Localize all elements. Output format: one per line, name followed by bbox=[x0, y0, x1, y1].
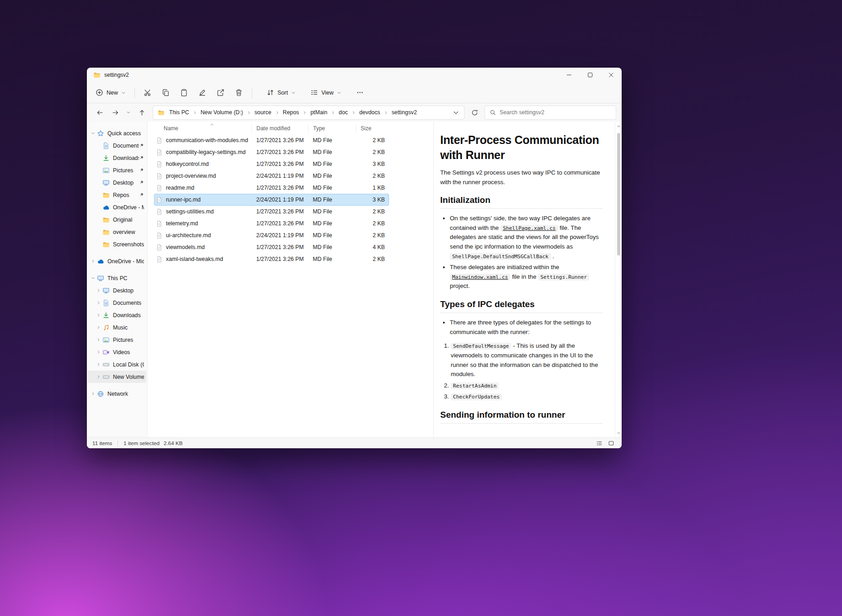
breadcrumb-chevron-icon[interactable] bbox=[247, 111, 251, 115]
scroll-down-icon[interactable] bbox=[615, 430, 622, 436]
tree-chevron-icon[interactable] bbox=[90, 392, 96, 396]
table-row[interactable]: settings-utilities.md1/27/2021 3:26 PMMD… bbox=[154, 206, 389, 218]
sidebar-item-desktop[interactable]: Desktop bbox=[88, 284, 146, 297]
music-icon bbox=[102, 324, 110, 331]
sidebar-item-overview[interactable]: overview bbox=[88, 226, 146, 238]
details-view-icon bbox=[596, 440, 602, 446]
breadcrumb-item-new-volume-d[interactable]: New Volume (D:) bbox=[198, 108, 246, 117]
titlebar[interactable]: settingsv2 bbox=[87, 68, 622, 82]
column-header-type[interactable]: Type bbox=[308, 124, 356, 133]
view-button[interactable]: View bbox=[306, 85, 346, 101]
details-view-button[interactable] bbox=[594, 439, 604, 447]
scrollbar-thumb[interactable] bbox=[617, 133, 620, 255]
sidebar-item-local-disk-c[interactable]: Local Disk (C:) bbox=[88, 358, 146, 371]
sidebar-section-label: This PC bbox=[107, 275, 144, 281]
breadcrumb-item-devdocs[interactable]: devdocs bbox=[357, 108, 383, 117]
tree-chevron-icon[interactable] bbox=[95, 313, 102, 317]
sidebar-item-pictures[interactable]: Pictures bbox=[88, 164, 146, 176]
preview-scrollbar[interactable] bbox=[615, 122, 622, 437]
table-row[interactable]: communication-with-modules.md1/27/2021 3… bbox=[154, 134, 389, 146]
share-button[interactable] bbox=[213, 85, 229, 101]
table-row[interactable]: ui-architecture.md2/24/2021 1:19 PMMD Fi… bbox=[154, 229, 389, 241]
breadcrumb-item-doc[interactable]: doc bbox=[336, 108, 351, 117]
sidebar-item-onedrive-micros[interactable]: OneDrive - Micros bbox=[88, 201, 146, 213]
tree-chevron-icon[interactable] bbox=[95, 338, 102, 342]
paste-button[interactable] bbox=[176, 85, 192, 101]
table-row[interactable]: runner-ipc.md2/24/2021 1:19 PMMD File3 K… bbox=[154, 194, 389, 206]
sidebar-section-quick-access[interactable]: Quick access bbox=[88, 127, 146, 139]
breadcrumb-chevron-icon[interactable] bbox=[352, 111, 356, 115]
table-row[interactable]: readme.md1/27/2021 3:26 PMMD File1 KB bbox=[154, 182, 389, 194]
sidebar-item-downloads[interactable]: Downloads bbox=[88, 152, 146, 164]
minimize-button[interactable] bbox=[559, 68, 580, 82]
breadcrumb-item-ptmain[interactable]: ptMain bbox=[308, 108, 330, 117]
tree-chevron-icon[interactable] bbox=[95, 375, 102, 379]
new-button[interactable]: New bbox=[91, 85, 130, 101]
up-button[interactable] bbox=[134, 106, 149, 119]
tree-chevron-icon[interactable] bbox=[90, 276, 96, 280]
code-link[interactable]: ShellPage.xaml.cs bbox=[501, 225, 558, 232]
address-dropdown-icon[interactable] bbox=[453, 109, 459, 116]
code-link[interactable]: Mainwindow.xaml.cs bbox=[450, 274, 510, 281]
breadcrumb-item-repos[interactable]: Repos bbox=[280, 108, 302, 117]
close-button[interactable] bbox=[601, 68, 622, 82]
breadcrumb-chevron-icon[interactable] bbox=[303, 111, 307, 115]
sidebar-item-repos[interactable]: Repos bbox=[88, 189, 146, 201]
tree-chevron-icon[interactable] bbox=[95, 301, 102, 305]
sidebar-item-downloads[interactable]: Downloads bbox=[88, 309, 146, 321]
table-row[interactable]: project-overview.md2/24/2021 1:19 PMMD F… bbox=[154, 170, 389, 182]
delete-button[interactable] bbox=[231, 85, 247, 101]
tree-chevron-icon[interactable] bbox=[90, 259, 96, 263]
forward-button[interactable] bbox=[108, 106, 123, 119]
sidebar-item-documents[interactable]: Documents bbox=[88, 139, 146, 152]
tree-chevron-icon[interactable] bbox=[95, 362, 102, 366]
tree-chevron-icon[interactable] bbox=[90, 131, 96, 135]
sidebar-item-new-volume-d[interactable]: New Volume (D:) bbox=[88, 371, 146, 383]
copy-button[interactable] bbox=[158, 85, 174, 101]
table-row[interactable]: compatibility-legacy-settings.md1/27/202… bbox=[154, 146, 389, 158]
cell-modified: 2/24/2021 1:19 PM bbox=[256, 196, 313, 203]
breadcrumb-item-settingsv2[interactable]: settingsv2 bbox=[389, 108, 420, 117]
tree-chevron-icon[interactable] bbox=[95, 288, 102, 292]
column-header-name[interactable]: Name bbox=[156, 124, 251, 133]
breadcrumb-chevron-icon[interactable] bbox=[193, 111, 197, 115]
sidebar-item-desktop[interactable]: Desktop bbox=[88, 176, 146, 189]
sidebar-section-onedrive-microsof[interactable]: OneDrive - Microsof bbox=[88, 255, 146, 267]
recent-locations-button[interactable] bbox=[123, 106, 133, 119]
table-row[interactable]: telemetry.md1/27/2021 3:26 PMMD File2 KB bbox=[154, 218, 389, 229]
search-input[interactable] bbox=[500, 109, 611, 116]
cell-name: readme.md bbox=[166, 185, 256, 191]
breadcrumb-chevron-icon[interactable] bbox=[275, 111, 279, 115]
see-more-button[interactable] bbox=[352, 85, 368, 101]
sidebar-item-music[interactable]: Music bbox=[88, 321, 146, 334]
column-header-date-modified[interactable]: Date modified bbox=[251, 124, 308, 133]
cell-name: viewmodels.md bbox=[166, 244, 256, 250]
sidebar-item-pictures[interactable]: Pictures bbox=[88, 334, 146, 346]
breadcrumb-item-source[interactable]: source bbox=[252, 108, 274, 117]
sidebar-section-network[interactable]: Network bbox=[88, 388, 146, 400]
tree-chevron-icon[interactable] bbox=[95, 325, 102, 329]
sidebar-section-this-pc[interactable]: This PC bbox=[88, 272, 146, 284]
large-icons-view-button[interactable] bbox=[606, 439, 616, 447]
scroll-up-icon[interactable] bbox=[615, 123, 622, 129]
scrollbar-track[interactable] bbox=[615, 129, 622, 430]
sidebar-item-documents[interactable]: Documents bbox=[88, 297, 146, 309]
sidebar-item-original[interactable]: Original bbox=[88, 213, 146, 226]
tree-chevron-icon[interactable] bbox=[95, 350, 102, 354]
table-row[interactable]: xaml-island-tweaks.md1/27/2021 3:26 PMMD… bbox=[154, 253, 389, 265]
maximize-button[interactable] bbox=[580, 68, 601, 82]
back-button[interactable] bbox=[92, 106, 107, 119]
breadcrumb-chevron-icon[interactable] bbox=[384, 111, 388, 115]
refresh-button[interactable] bbox=[467, 106, 482, 119]
breadcrumb-chevron-icon[interactable] bbox=[331, 111, 335, 115]
breadcrumb-item-this-pc[interactable]: This PC bbox=[166, 108, 192, 117]
table-row[interactable]: hotkeycontrol.md1/27/2021 3:26 PMMD File… bbox=[154, 158, 389, 170]
cut-button[interactable] bbox=[139, 85, 156, 101]
status-separator bbox=[117, 440, 118, 446]
column-header-size[interactable]: Size bbox=[356, 124, 386, 133]
sidebar-item-screenshots[interactable]: Screenshots bbox=[88, 238, 146, 250]
rename-button[interactable] bbox=[194, 85, 211, 101]
table-row[interactable]: viewmodels.md1/27/2021 3:26 PMMD File4 K… bbox=[154, 241, 389, 253]
sort-button[interactable]: Sort bbox=[262, 85, 300, 101]
sidebar-item-videos[interactable]: Videos bbox=[88, 346, 146, 358]
